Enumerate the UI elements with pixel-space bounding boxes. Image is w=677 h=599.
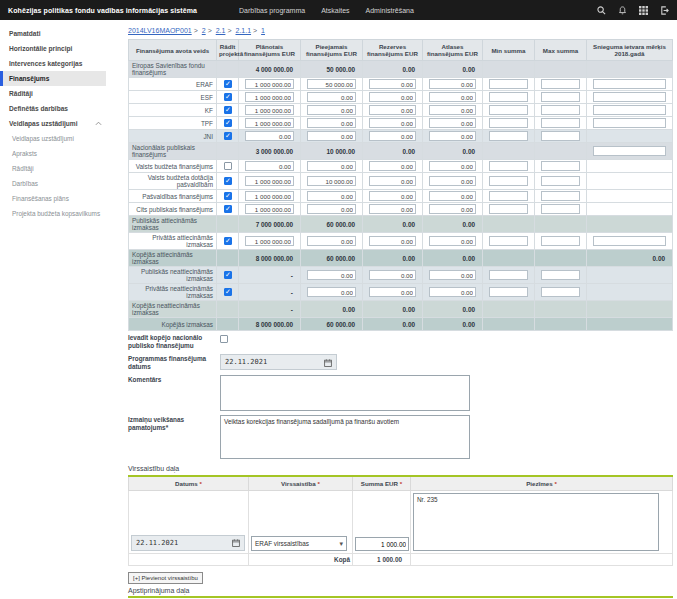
amount-input[interactable] [307,161,356,171]
amount-input[interactable] [369,79,416,89]
sidebar-subitem-projekta-bud-eta-kopsavilkums[interactable]: Projekta budžeta kopsavilkums [0,206,106,221]
show-in-project-checkbox[interactable] [224,80,232,88]
breadcrumb-link-program[interactable]: 2014LV16MAOP001 [128,27,192,34]
apps-grid-icon[interactable] [639,6,648,15]
amount-input[interactable] [307,176,356,186]
amount-input[interactable] [541,161,580,171]
amount-input[interactable] [489,161,528,171]
amount-input[interactable] [429,191,476,201]
virssaistiba-notes-textarea[interactable]: Nr. 235 [413,493,659,551]
amount-input[interactable] [369,161,416,171]
sidebar-item-finans-jums[interactable]: Finansējums [0,71,106,86]
amount-input[interactable] [307,191,356,201]
amount-input[interactable] [489,105,528,115]
show-in-project-checkbox[interactable] [224,93,232,101]
amount-input[interactable] [541,270,580,280]
amount-input[interactable] [489,270,528,280]
amount-input[interactable] [307,92,356,102]
breadcrumb-link-2-1-1[interactable]: 2.1.1 [235,27,251,34]
sidebar-subitem-apraksts[interactable]: Apraksts [0,146,106,161]
program-date-input[interactable]: 22.11.2021 [220,354,337,370]
amount-input[interactable] [541,92,580,102]
amount-input[interactable] [541,204,580,214]
amount-input[interactable] [541,131,580,141]
notifications-bell-icon[interactable] [618,6,627,15]
sidebar-item-veidlapas-uzst-d-jumi[interactable]: Veidlapas uzstādījumi [0,116,106,131]
amount-input[interactable] [307,105,356,115]
calendar-icon[interactable] [232,539,240,548]
amount-input[interactable] [369,204,416,214]
amount-input[interactable] [245,204,294,214]
amount-input[interactable] [369,287,416,297]
national-funding-checkbox[interactable] [220,335,228,343]
chevron-up-icon[interactable] [95,120,102,127]
nav-darbibas-programma[interactable]: Darbības programma [239,7,305,14]
virssaistiba-sum-input[interactable] [355,537,409,551]
amount-input[interactable] [245,131,294,141]
amount-input[interactable] [593,105,666,115]
sidebar-subitem-r-d-t-ji[interactable]: Rādītāji [0,161,106,176]
sidebar-subitem-veidlapas-uzst-d-jumi[interactable]: Veidlapas uzstādījumi [0,131,106,146]
amount-input[interactable] [593,118,666,128]
amount-input[interactable] [429,105,476,115]
amount-input[interactable] [369,236,416,246]
amount-input[interactable] [541,105,580,115]
amount-input[interactable] [369,118,416,128]
amount-input[interactable] [369,131,416,141]
amount-input[interactable] [489,92,528,102]
amount-input[interactable] [307,236,356,246]
amount-input[interactable] [245,176,294,186]
amount-input[interactable] [429,131,476,141]
show-in-project-checkbox[interactable] [224,162,232,170]
amount-input[interactable] [245,92,294,102]
sidebar-item-r-d-t-ji[interactable]: Rādītāji [0,86,106,101]
amount-input[interactable] [429,92,476,102]
amount-input[interactable] [429,161,476,171]
logout-icon[interactable] [660,6,669,15]
amount-input[interactable] [541,118,580,128]
amount-input[interactable] [429,118,476,128]
amount-input[interactable] [541,287,580,297]
show-in-project-checkbox[interactable] [224,205,232,213]
breadcrumb-link-1[interactable]: 1 [261,27,265,34]
virssaistiba-date-input[interactable]: 22.11.2021 [131,535,245,551]
amount-input[interactable] [541,191,580,201]
comment-textarea[interactable] [220,375,470,411]
justification-textarea[interactable]: Veiktas korekcijas finansējuma sadalījum… [220,415,470,459]
amount-input[interactable] [307,287,356,297]
amount-input[interactable] [489,236,528,246]
amount-input[interactable] [307,118,356,128]
show-in-project-checkbox[interactable] [224,237,232,245]
amount-input[interactable] [489,204,528,214]
amount-input[interactable] [245,191,294,201]
nav-atskaites[interactable]: Atskaites [321,7,349,14]
amount-input[interactable] [369,105,416,115]
amount-input[interactable] [307,204,356,214]
show-in-project-checkbox[interactable] [224,192,232,200]
amount-input[interactable] [429,176,476,186]
amount-input[interactable] [429,79,476,89]
sidebar-item-defin-t-s-darb-bas[interactable]: Definētās darbības [0,101,106,116]
amount-input[interactable] [369,191,416,201]
amount-input[interactable] [429,270,476,280]
show-in-project-checkbox[interactable] [224,177,232,185]
amount-input[interactable] [541,176,580,186]
sidebar-item-pamatdati[interactable]: Pamatdati [0,26,106,41]
add-virssaistiba-button[interactable]: [+] Pievienot virssaistību [128,572,203,584]
amount-input[interactable] [429,236,476,246]
sidebar-item-intervences-kategorijas[interactable]: Intervences kategorijas [0,56,106,71]
sidebar-subitem-finans-anas-pl-ns[interactable]: Finansēšanas plāns [0,191,106,206]
amount-input[interactable] [489,131,528,141]
show-in-project-checkbox[interactable] [224,119,232,127]
amount-input[interactable] [541,79,580,89]
sidebar-item-horizont-lie-principi[interactable]: Horizontālie principi [0,41,106,56]
amount-input[interactable] [245,118,294,128]
virssaistiba-type-select[interactable]: ERAF virssaistības ▾ [251,536,347,551]
amount-input[interactable] [307,79,356,89]
amount-input[interactable] [245,161,294,171]
amount-input[interactable] [429,287,476,297]
amount-input[interactable] [593,79,666,89]
amount-input[interactable] [541,236,580,246]
amount-input[interactable] [307,270,356,280]
calendar-icon[interactable] [324,353,332,371]
